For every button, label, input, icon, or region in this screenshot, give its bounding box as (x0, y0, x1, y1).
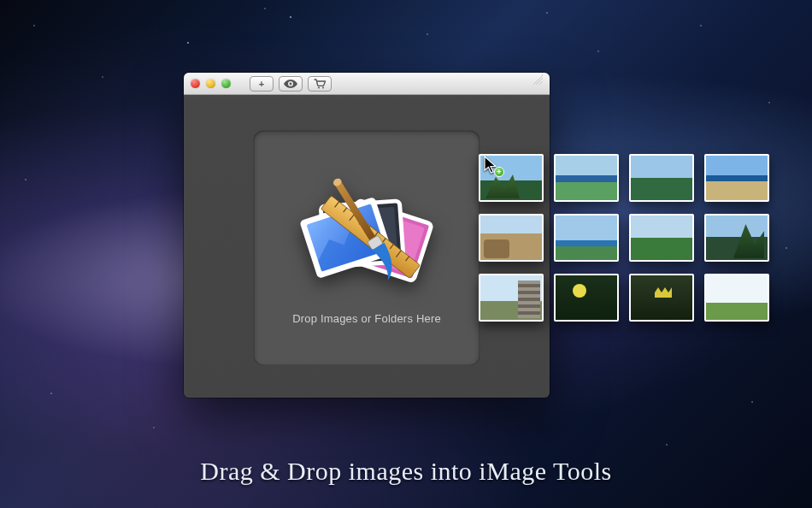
dragged-thumbnail (704, 154, 769, 202)
svg-point-0 (290, 82, 292, 85)
svg-point-2 (322, 86, 324, 88)
dragged-thumbnail (554, 274, 619, 322)
app-icon (297, 167, 438, 295)
dragged-thumbnail (554, 214, 619, 262)
dragged-thumbnail (629, 154, 694, 202)
dragged-thumbnail (629, 274, 694, 322)
app-window: + (184, 73, 550, 398)
zoom-button[interactable] (221, 79, 231, 88)
svg-point-1 (318, 86, 320, 88)
dragged-thumbnail (629, 214, 694, 262)
dragged-thumbnail (704, 214, 769, 262)
cart-icon (314, 79, 327, 89)
dragged-thumbnail (704, 274, 769, 322)
image-drop-zone[interactable]: Drop Images or Folders Here (254, 131, 480, 366)
window-titlebar: + (184, 73, 550, 95)
add-button[interactable]: + (250, 76, 274, 92)
promo-caption: Drag & Drop images into iMage Tools (0, 457, 812, 486)
resize-grip-icon (533, 74, 543, 85)
dragged-thumbnail (554, 154, 619, 202)
close-button[interactable] (191, 79, 200, 88)
plus-icon: + (259, 79, 264, 89)
eye-icon (284, 80, 297, 88)
minimize-button[interactable] (206, 79, 215, 88)
drop-hint-text: Drop Images or Folders Here (292, 312, 441, 325)
window-traffic-lights (191, 79, 231, 88)
export-button[interactable] (308, 76, 332, 92)
preview-button[interactable] (279, 76, 303, 92)
